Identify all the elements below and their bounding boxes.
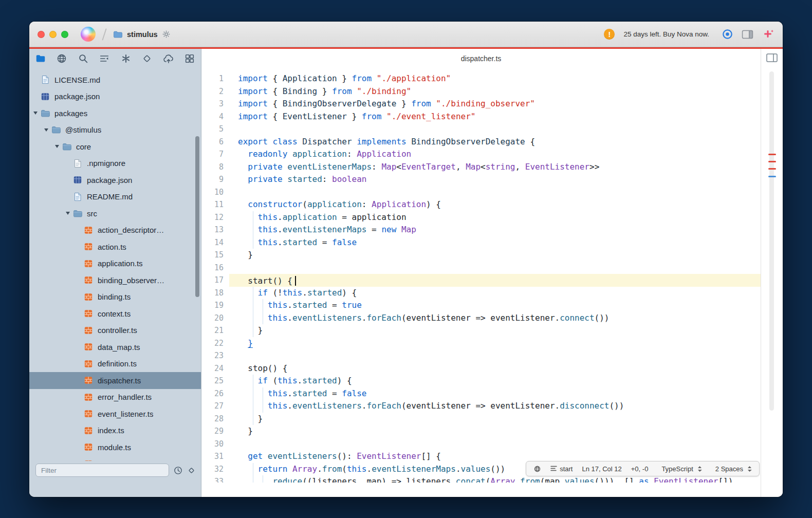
- code-text[interactable]: [229, 349, 761, 362]
- new-item-plus-icon[interactable]: [762, 28, 774, 41]
- minimize-window-button[interactable]: [49, 31, 57, 38]
- code-text[interactable]: }: [229, 337, 761, 350]
- code-text[interactable]: private eventListenerMaps: Map<EventTarg…: [229, 161, 761, 174]
- tree-file[interactable]: dispatcher.ts: [29, 372, 201, 389]
- tree-file[interactable]: action_descriptor…: [29, 222, 201, 239]
- cursor-position[interactable]: Ln 17, Col 12: [582, 465, 621, 473]
- outline-icon[interactable]: [98, 52, 111, 65]
- tree-file[interactable]: context.ts: [29, 305, 201, 322]
- tree-file[interactable]: module.ts: [29, 439, 201, 456]
- code-text[interactable]: import { EventListener } from "./event_l…: [229, 110, 761, 123]
- code-line: 20 this.eventListeners.forEach(eventList…: [201, 312, 761, 325]
- code-text[interactable]: constructor(application: Application) {: [229, 198, 761, 211]
- code-text[interactable]: [229, 186, 761, 199]
- disclosure-triangle-icon[interactable]: [42, 128, 50, 132]
- symbol-navigator[interactable]: start: [550, 465, 573, 473]
- tree-file[interactable]: data_map.ts: [29, 339, 201, 356]
- project-proxy[interactable]: stimulus: [113, 30, 171, 39]
- line-number: 27: [201, 400, 229, 413]
- language-label: TypeScript: [661, 465, 693, 473]
- code-text[interactable]: this.eventListeners.forEach(eventListene…: [229, 400, 761, 413]
- code-text[interactable]: }: [229, 413, 761, 425]
- code-text[interactable]: this.started = false: [229, 236, 761, 249]
- indentation-selector[interactable]: 2 Spaces: [715, 465, 752, 473]
- tree-file[interactable]: action.ts: [29, 238, 201, 255]
- editor-titlebar: dispatcher.ts: [201, 49, 761, 68]
- preview-icon[interactable]: [722, 29, 733, 40]
- tree-file[interactable]: package.json: [29, 88, 201, 105]
- disclosure-triangle-icon[interactable]: [31, 112, 40, 115]
- split-editor-button[interactable]: [761, 49, 783, 68]
- grid-icon[interactable]: [183, 52, 196, 65]
- code-text[interactable]: [229, 262, 761, 274]
- tree-file[interactable]: controller.ts: [29, 322, 201, 339]
- editor-title[interactable]: dispatcher.ts: [461, 54, 502, 63]
- tree-file[interactable]: LICENSE.md: [29, 71, 201, 88]
- tree-label: src: [87, 209, 97, 218]
- tag-icon[interactable]: [140, 52, 154, 65]
- code-text[interactable]: .reduce((listeners, map) => listeners.co…: [229, 475, 761, 483]
- tree-folder[interactable]: src: [29, 205, 201, 222]
- code-line: 17 start() {: [201, 274, 761, 287]
- code-text[interactable]: private started: boolean: [229, 173, 761, 186]
- clock-icon[interactable]: [174, 466, 182, 475]
- close-window-button[interactable]: [38, 31, 45, 38]
- zoom-window-button[interactable]: [61, 31, 68, 38]
- code-text[interactable]: }: [229, 425, 761, 438]
- line-number: 26: [201, 387, 229, 400]
- code-text[interactable]: [229, 438, 761, 451]
- language-selector[interactable]: TypeScript: [661, 465, 702, 473]
- code-text[interactable]: readonly application: Application: [229, 148, 761, 161]
- files-icon[interactable]: [34, 52, 47, 65]
- code-text[interactable]: this.eventListenerMaps = new Map: [229, 224, 761, 236]
- tree-file[interactable]: event_listener.ts: [29, 405, 201, 422]
- code-text[interactable]: }: [229, 324, 761, 337]
- code-text[interactable]: if (!this.started) {: [229, 287, 761, 300]
- tree-folder[interactable]: @stimulus: [29, 122, 201, 139]
- code-text[interactable]: export class Dispatcher implements Bindi…: [229, 136, 761, 149]
- tree-file[interactable]: .npmignore: [29, 155, 201, 172]
- code-text[interactable]: this.application = application: [229, 211, 761, 224]
- tree-file[interactable]: application.ts: [29, 255, 201, 272]
- code-text[interactable]: this.eventListeners.forEach(eventListene…: [229, 312, 761, 325]
- search-icon[interactable]: [77, 52, 90, 65]
- tag-filter-icon[interactable]: [187, 466, 196, 475]
- code-text[interactable]: }: [229, 249, 761, 262]
- gear-icon[interactable]: [162, 30, 171, 39]
- code-text[interactable]: stop() {: [229, 362, 761, 375]
- tree-file[interactable]: error_handler.ts: [29, 389, 201, 406]
- disclosure-triangle-icon[interactable]: [53, 145, 61, 148]
- tree-folder[interactable]: core: [29, 138, 201, 155]
- code-text[interactable]: import { BindingObserverDelegate } from …: [229, 98, 761, 110]
- globe-icon[interactable]: [55, 52, 68, 65]
- code-text[interactable]: [229, 123, 761, 136]
- cloud-upload-icon[interactable]: [162, 52, 175, 65]
- code-text[interactable]: this.started = true: [229, 299, 761, 312]
- remote-globe-icon[interactable]: [533, 465, 541, 473]
- filter-input[interactable]: [35, 464, 169, 477]
- tree-file[interactable]: definition.ts: [29, 356, 201, 373]
- code-text[interactable]: start() {: [229, 274, 761, 287]
- tree-folder[interactable]: packages: [29, 105, 201, 122]
- tree-file[interactable]: index.ts: [29, 422, 201, 439]
- trial-notice[interactable]: 25 days left. Buy Nova now.: [623, 30, 709, 38]
- tree-file[interactable]: [29, 456, 201, 461]
- sidebar-scrollbar[interactable]: [195, 136, 199, 297]
- tree-file[interactable]: package.json: [29, 172, 201, 189]
- window-titlebar: stimulus ! 25 days left. Buy Nova now.: [29, 22, 783, 47]
- editor-scrollbar[interactable]: [761, 68, 783, 497]
- code-text[interactable]: import { Application } from "./applicati…: [229, 72, 761, 85]
- ts-icon: [83, 376, 94, 385]
- panels-icon[interactable]: [742, 30, 753, 39]
- scrollbar-thumb[interactable]: [769, 71, 774, 411]
- code-text[interactable]: this.started = false: [229, 387, 761, 400]
- tree-file[interactable]: binding_observer…: [29, 272, 201, 289]
- indent-guide: [253, 287, 253, 300]
- disclosure-triangle-icon[interactable]: [64, 212, 72, 215]
- code-text[interactable]: if (this.started) {: [229, 375, 761, 387]
- chevron-updown-icon: [747, 466, 752, 472]
- tree-file[interactable]: README.md: [29, 189, 201, 206]
- asterisk-icon[interactable]: [119, 52, 133, 65]
- code-text[interactable]: import { Binding } from "./binding": [229, 85, 761, 98]
- tree-file[interactable]: binding.ts: [29, 289, 201, 306]
